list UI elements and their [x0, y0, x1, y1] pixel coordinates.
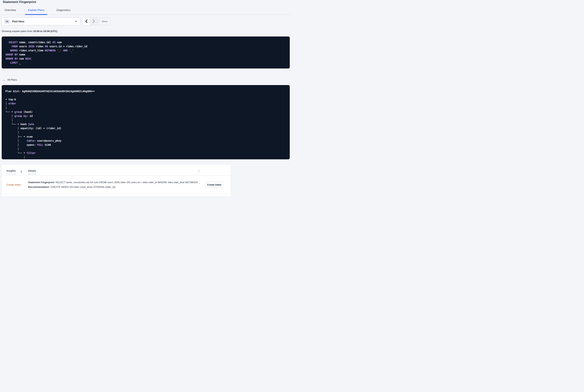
- page-title: Statement Fingerprint: [3, 0, 292, 4]
- details-column-header: Details: [28, 170, 200, 174]
- insights-table-header: Insights Details: [2, 165, 231, 176]
- insights-header-label[interactable]: Insights: [6, 170, 16, 174]
- tab-diagnostics[interactable]: Diagnostics: [53, 6, 73, 14]
- tab-explain-plans[interactable]: Explain Plans: [25, 6, 47, 14]
- showing-range-bold: 15:00 to 16:59 (UTC): [33, 30, 57, 32]
- create-index-button[interactable]: Create Index: [205, 182, 223, 188]
- time-range-badge: 1h: [4, 19, 10, 24]
- insight-type-link[interactable]: Create Index: [6, 183, 21, 186]
- time-range-dropdown[interactable]: 1h Past Hour: [2, 18, 80, 25]
- recommendation-label: Recommendation:: [28, 186, 50, 188]
- recommendation-value: CREATE INDEX ON rides (start_time) STORI…: [51, 186, 116, 188]
- details-header-label[interactable]: Details: [28, 170, 36, 174]
- tab-overview[interactable]: Overview: [2, 6, 19, 14]
- insight-action-cell: Create Index: [200, 182, 226, 188]
- showing-prefix: Showing explain plans from: [2, 30, 33, 32]
- sort-descending-icon: [198, 171, 199, 172]
- back-arrow-icon: ←: [3, 78, 5, 81]
- tab-diagnostics-label: Diagnostics: [56, 8, 70, 12]
- fingerprint-value: SELECT name, count(rides.id) AS sum FROM…: [55, 181, 200, 184]
- details-sort-icon[interactable]: [198, 170, 199, 172]
- plan-gist-box: Plan Gist: AgHUAQIABQAAAAHYAQIAiAEAAAADC…: [2, 85, 290, 159]
- tab-explain-plans-label: Explain Plans: [28, 8, 44, 12]
- all-plans-link[interactable]: ← All Plans: [3, 78, 17, 81]
- prev-time-button[interactable]: [83, 18, 90, 25]
- showing-range-text: Showing explain plans from 15:00 to 16:5…: [2, 30, 292, 32]
- now-button[interactable]: Now: [99, 18, 110, 25]
- table-row: Create Index Statement Fingerprint: SELE…: [2, 176, 231, 194]
- chevron-down-icon: [75, 21, 77, 22]
- sql-statement-box: SELECT name, count(rides.id) AS sum FROM…: [2, 36, 290, 68]
- insight-type-cell: Create Index: [6, 183, 28, 186]
- tab-bar: Overview Explain Plans Diagnostics: [0, 6, 292, 15]
- gist-spacer: [5, 93, 286, 97]
- sort-ascending-icon: [21, 170, 22, 171]
- fingerprint-label: Statement Fingerprint:: [28, 181, 55, 184]
- next-time-button[interactable]: [90, 18, 97, 25]
- time-controls: 1h Past Hour Now: [2, 18, 292, 25]
- insights-table: Insights Details Create Index Statem: [2, 164, 231, 196]
- tab-overview-label: Overview: [5, 8, 16, 12]
- insights-column-header: Insights: [6, 170, 28, 174]
- recommendation-line: Recommendation: CREATE INDEX ON rides (s…: [28, 185, 198, 189]
- time-range-label: Past Hour: [12, 20, 75, 23]
- all-plans-label: All Plans: [7, 78, 17, 81]
- sort-descending-icon: [21, 172, 22, 172]
- sql-code: SELECT name, count(rides.id) AS sum FROM…: [5, 40, 286, 65]
- chevron-left-icon: [85, 20, 87, 24]
- statement-fingerprint-page: Statement Fingerprint Overview Explain P…: [0, 0, 292, 196]
- plan-tree: • top-k│ order│└── • group (hash) │ grou…: [5, 97, 286, 159]
- insights-sort-icon[interactable]: [21, 170, 22, 172]
- time-step-buttons: [82, 18, 98, 25]
- plan-gist-text: Plan Gist: AgHUAQIABQAAAAHYAQIAiAEAAAADC…: [5, 89, 286, 93]
- active-tab-underline: [25, 14, 47, 15]
- statement-fingerprint-line: Statement Fingerprint: SELECT name, coun…: [28, 180, 198, 185]
- chevron-right-icon: [93, 20, 95, 24]
- section-divider: [1, 75, 291, 76]
- sort-ascending-icon: [198, 170, 199, 171]
- insight-details-cell: Statement Fingerprint: SELECT name, coun…: [28, 180, 200, 189]
